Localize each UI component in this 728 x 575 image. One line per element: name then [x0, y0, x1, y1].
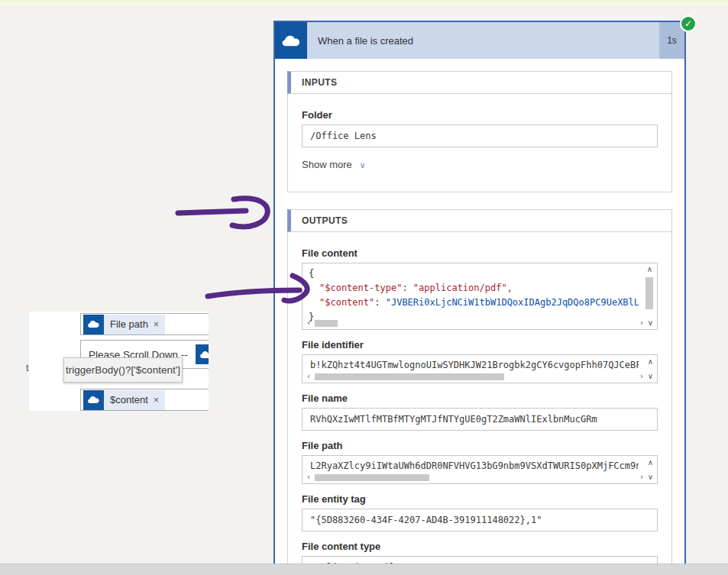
onedrive-icon — [83, 315, 104, 334]
bottom-scrollbar-track[interactable] — [0, 564, 728, 575]
expression-tooltip: triggerBody()?['$content'] — [63, 357, 183, 383]
file-path-label: File path — [302, 440, 658, 451]
file-token-partial[interactable]: File — [196, 344, 209, 364]
remove-token-icon[interactable]: × — [154, 395, 159, 405]
scroll-down-icon[interactable]: ∨ — [648, 319, 653, 327]
scroll-down-icon[interactable]: ∨ — [648, 473, 653, 481]
onedrive-icon — [196, 344, 209, 364]
screen: File path × Please Scroll Down -- File — [0, 0, 728, 575]
scroll-up-icon[interactable]: ∧ — [647, 266, 652, 273]
field-value-text: L2RyaXZlcy9iIWtaUWh6dDR0NFVHVG13bG9nbm9V… — [310, 458, 639, 473]
outputs-section: File content { "$content-type": "applica… — [287, 232, 672, 575]
content-field[interactable]: $content × — [80, 389, 209, 411]
outputs-section-header: OUTPUTS — [287, 209, 672, 232]
top-highlight-strip — [0, 0, 728, 5]
inputs-section: Folder /Office Lens Show more ∨ — [287, 94, 672, 192]
json-key: "$content" — [319, 297, 374, 308]
horizontal-scrollbar[interactable] — [315, 373, 504, 380]
card-header[interactable]: When a file is created 1s — [275, 22, 684, 59]
scroll-right-icon[interactable]: › — [640, 373, 643, 380]
token-label-text: File path — [110, 318, 148, 330]
scroll-right-icon[interactable]: › — [640, 319, 643, 327]
chevron-down-icon: ∨ — [359, 160, 365, 170]
scroll-left-icon[interactable]: ‹ — [307, 373, 310, 380]
folder-value[interactable]: /Office Lens — [302, 124, 658, 147]
file-identifier-label: File identifier — [302, 339, 658, 350]
card-title: When a file is created — [307, 22, 659, 59]
horizontal-scrollbar[interactable] — [315, 474, 429, 481]
file-path-value[interactable]: L2RyaXZlcy9iIWtaUWh6dDR0NFVHVG13bG9nbm9V… — [302, 455, 658, 484]
show-more-link[interactable]: Show more ∨ — [302, 159, 658, 170]
scroll-up-icon[interactable]: ∧ — [648, 358, 653, 366]
json-value: "JVBERi0xLjcNCiW1tbW1DQoxIDAgb2JqDQo8PC9… — [386, 297, 639, 308]
onedrive-icon — [83, 390, 104, 410]
scroll-right-icon[interactable]: › — [640, 473, 643, 481]
json-key: "$content-type" — [319, 283, 402, 293]
file-path-field[interactable]: File path × — [80, 313, 209, 335]
scroll-down-icon[interactable]: ∨ — [648, 373, 653, 380]
onedrive-icon — [275, 22, 307, 59]
json-value: "application/pdf", — [413, 283, 513, 293]
flow-designer-fragment: File path × Please Scroll Down -- File — [29, 312, 209, 411]
inputs-section-header: INPUTS — [287, 71, 672, 94]
json-open-brace: { — [309, 267, 639, 281]
file-entity-tag-label: File entity tag — [302, 493, 658, 505]
file-entity-tag-value[interactable]: "{5D883260-434F-4207-AD4B-391911148022},… — [302, 509, 658, 531]
horizontal-scrollbar[interactable] — [315, 320, 338, 327]
file-content-type-label: File content type — [302, 541, 658, 552]
file-content-label: File content — [302, 247, 658, 259]
file-identifier-value[interactable]: b!kZQhzt4t4UGTmwlognoUIwSYDHKJW21Brogbk2… — [302, 354, 658, 383]
remove-token-icon[interactable]: × — [154, 319, 159, 330]
scroll-left-icon[interactable]: ‹ — [307, 473, 310, 481]
token-label-text: $content — [110, 394, 148, 405]
content-token[interactable]: $content × — [83, 390, 165, 410]
file-name-value[interactable]: RVhQXzIwMTlfMTBfMTYgMTJfNTYgUE0gT2ZmaWNl… — [302, 408, 658, 431]
trigger-card: ✓ When a file is created 1s INPUTS Folde… — [273, 21, 686, 575]
folder-label: Folder — [302, 109, 658, 121]
show-more-label: Show more — [302, 159, 352, 170]
file-name-label: File name — [302, 392, 658, 404]
success-check-icon: ✓ — [680, 15, 697, 32]
annotation-arrow-outputs — [178, 211, 246, 213]
file-path-token[interactable]: File path × — [83, 315, 165, 334]
field-value-text: b!kZQhzt4t4UGTmwlognoUIwSYDHKJW21Brogbk2… — [310, 357, 639, 373]
scroll-left-icon[interactable]: ‹ — [307, 319, 310, 327]
annotation-arrow-outputs-head — [232, 199, 267, 227]
json-close-brace: } — [309, 310, 639, 325]
vertical-scrollbar[interactable] — [645, 277, 653, 309]
scroll-up-icon[interactable]: ∧ — [648, 459, 653, 467]
file-content-value[interactable]: { "$content-type": "application/pdf", "$… — [302, 263, 658, 330]
